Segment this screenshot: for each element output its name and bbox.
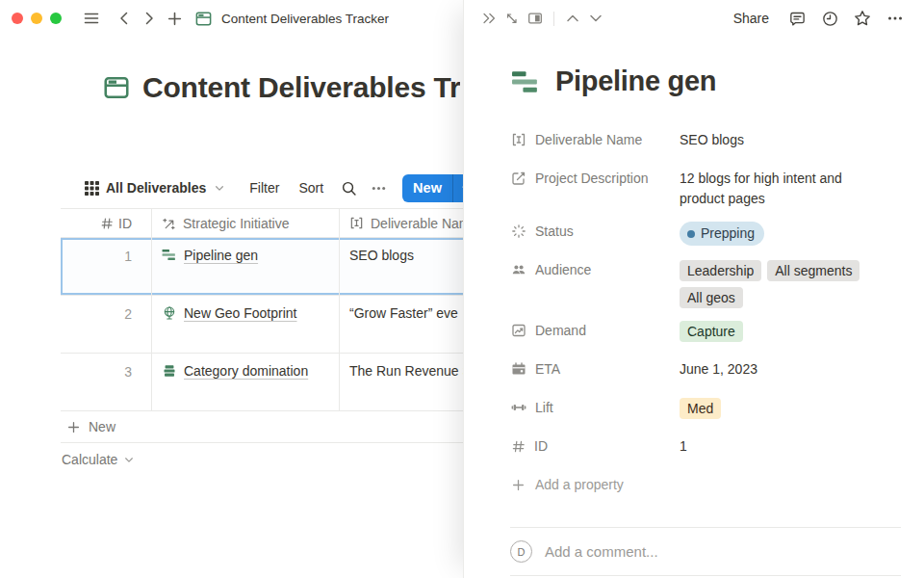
window-titlebar: Content Deliverables Tracker <box>0 0 462 37</box>
page-title: Content Deliverables Tracker <box>142 71 460 104</box>
property-label[interactable]: Demand <box>511 314 680 340</box>
next-record-icon[interactable] <box>584 7 607 30</box>
record-title[interactable]: Pipeline gen <box>555 66 716 97</box>
page-table-icon <box>102 73 131 102</box>
card-box-icon <box>162 363 177 379</box>
favorite-star-icon[interactable] <box>850 6 875 31</box>
new-record-label[interactable]: New <box>402 174 452 202</box>
header-id[interactable]: ID <box>61 209 152 237</box>
property-value[interactable]: Capture <box>680 314 891 342</box>
traffic-lights <box>12 13 62 24</box>
globe-icon <box>162 305 177 321</box>
hash-icon <box>511 439 526 454</box>
more-options-icon[interactable] <box>371 180 387 197</box>
filter-button[interactable]: Filter <box>249 180 279 196</box>
property-row-project-description: Project Description 12 blogs for high in… <box>511 162 891 209</box>
menu-icon[interactable] <box>79 6 104 31</box>
property-row-audience: Audience Leadership All segments All geo… <box>511 253 891 308</box>
avatar: D <box>510 540 532 563</box>
property-value[interactable]: 12 blogs for high intent and product pag… <box>680 162 870 209</box>
property-row-deliverable-name: Deliverable Name SEO blogs <box>511 123 891 156</box>
forward-icon[interactable] <box>137 6 162 31</box>
comment-row[interactable]: D Add a comment... <box>464 528 924 575</box>
record-detail: Pipeline gen Deliverable Name SEO blogs … <box>464 37 924 501</box>
plus-icon <box>66 420 81 434</box>
property-value[interactable]: 1 <box>680 430 891 457</box>
property-row-demand: Demand Capture <box>511 314 891 347</box>
property-label[interactable]: ID <box>511 430 680 456</box>
divider <box>510 575 901 576</box>
panel-topbar: Share <box>464 0 924 37</box>
property-label[interactable]: Audience <box>511 253 680 279</box>
updates-clock-icon[interactable] <box>817 6 842 31</box>
minimize-window-button[interactable] <box>31 13 42 24</box>
record-link[interactable]: Category domination <box>184 363 308 379</box>
property-value[interactable]: Med <box>680 391 891 419</box>
cell-initiative[interactable]: Pipeline gen <box>152 238 340 295</box>
open-full-page-icon[interactable] <box>500 7 524 30</box>
view-tab-all-deliverables[interactable]: All Deliverables <box>85 180 224 196</box>
window-title: Content Deliverables Tracker <box>221 12 389 26</box>
zoom-window-button[interactable] <box>50 13 62 24</box>
table-view-icon <box>85 181 99 196</box>
cell-initiative[interactable]: New Geo Footprint <box>152 296 340 353</box>
topbar-divider <box>553 12 554 26</box>
comment-section: D Add a comment... <box>464 527 924 576</box>
record-title-row[interactable]: Pipeline gen <box>511 66 891 97</box>
status-pill[interactable]: Prepping <box>680 222 764 246</box>
view-name: All Deliverables <box>106 180 206 196</box>
property-row-status: Status Prepping <box>511 215 891 248</box>
property-label[interactable]: Status <box>511 215 680 241</box>
close-window-button[interactable] <box>12 13 23 24</box>
lift-tag[interactable]: Med <box>680 398 721 419</box>
chevron-down-icon <box>215 183 224 193</box>
title-property-icon <box>511 132 526 147</box>
add-comment-input[interactable]: Add a comment... <box>545 543 658 560</box>
green-bars-icon <box>511 68 541 95</box>
title-property-icon <box>349 216 364 230</box>
cell-initiative[interactable]: Category domination <box>152 354 340 410</box>
new-page-icon[interactable] <box>162 6 187 31</box>
previous-record-icon[interactable] <box>561 7 584 30</box>
property-row-id: ID 1 <box>511 430 891 462</box>
property-value[interactable]: Leadership All segments All geos <box>680 253 891 308</box>
close-peek-icon[interactable] <box>477 7 500 30</box>
share-button[interactable]: Share <box>733 11 769 26</box>
cell-id: 1 <box>61 238 152 295</box>
property-row-lift: Lift Med <box>511 391 891 424</box>
page-heading[interactable]: Content Deliverables Tracker <box>102 71 460 104</box>
hash-icon <box>100 217 114 230</box>
record-link[interactable]: Pipeline gen <box>184 248 258 263</box>
back-icon[interactable] <box>112 6 137 31</box>
green-bars-icon <box>162 248 177 262</box>
side-peek-mode-icon[interactable] <box>524 7 547 30</box>
property-value[interactable]: SEO blogs <box>680 123 891 150</box>
audience-tag[interactable]: All segments <box>767 260 860 281</box>
property-label[interactable]: Project Description <box>511 162 680 188</box>
edit-text-icon <box>511 171 526 186</box>
audience-tag[interactable]: All geos <box>680 287 743 308</box>
record-link[interactable]: New Geo Footprint <box>184 305 297 321</box>
more-options-icon[interactable] <box>883 6 908 31</box>
plus-icon <box>511 478 526 492</box>
property-row-eta: ETA June 1, 2023 <box>511 353 891 385</box>
people-icon <box>511 262 526 277</box>
property-label[interactable]: ETA <box>511 353 680 379</box>
property-value[interactable]: June 1, 2023 <box>680 353 891 380</box>
audience-tag[interactable]: Leadership <box>680 260 761 281</box>
property-value[interactable]: Prepping <box>680 215 891 246</box>
search-icon[interactable] <box>341 180 357 197</box>
page-table-icon <box>191 6 216 31</box>
dumbbell-icon <box>511 400 526 415</box>
add-property-button[interactable]: Add a property <box>511 468 891 501</box>
status-dot <box>687 230 695 238</box>
property-label[interactable]: Lift <box>511 391 680 417</box>
sort-button[interactable]: Sort <box>298 180 323 196</box>
header-strategic-initiative[interactable]: Strategic Initiative <box>152 209 340 237</box>
panel-actions: Share <box>733 6 908 31</box>
comments-icon[interactable] <box>784 6 809 31</box>
side-peek-panel: Share Pipeline gen <box>463 0 924 578</box>
demand-tag[interactable]: Capture <box>680 321 743 342</box>
calendar-icon <box>511 361 526 377</box>
property-label[interactable]: Deliverable Name <box>511 123 680 149</box>
